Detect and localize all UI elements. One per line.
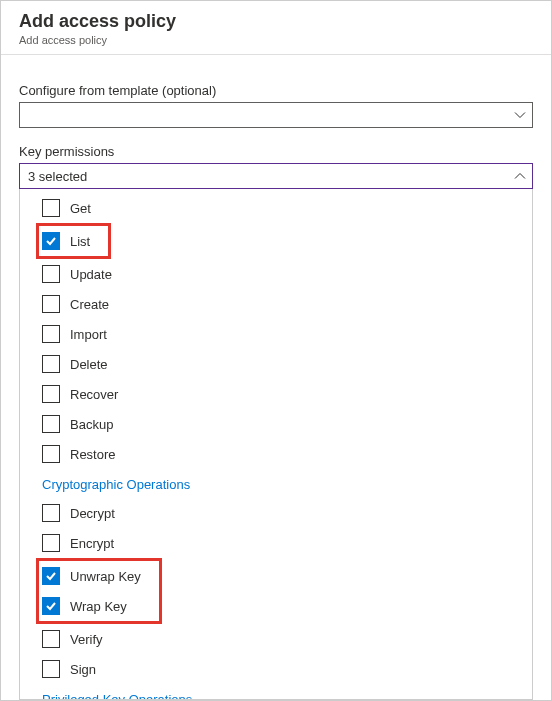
template-select[interactable] xyxy=(19,102,533,128)
option-label: Restore xyxy=(70,447,116,462)
option-list[interactable]: List xyxy=(39,226,100,256)
checkbox-list[interactable] xyxy=(42,232,60,250)
checkbox-restore[interactable] xyxy=(42,445,60,463)
option-create[interactable]: Create xyxy=(20,289,532,319)
template-label: Configure from template (optional) xyxy=(19,83,533,98)
option-encrypt[interactable]: Encrypt xyxy=(20,528,532,558)
key-permissions-select[interactable]: 3 selected xyxy=(19,163,533,189)
option-label: Import xyxy=(70,327,107,342)
option-label: Verify xyxy=(70,632,103,647)
checkbox-wrap-key[interactable] xyxy=(42,597,60,615)
option-update[interactable]: Update xyxy=(20,259,532,289)
checkbox-create[interactable] xyxy=(42,295,60,313)
option-recover[interactable]: Recover xyxy=(20,379,532,409)
section-header-cryptographic-operations: Cryptographic Operations xyxy=(20,469,532,498)
checkbox-recover[interactable] xyxy=(42,385,60,403)
checkbox-unwrap-key[interactable] xyxy=(42,567,60,585)
option-label: Wrap Key xyxy=(70,599,127,614)
dropdown-scroll[interactable]: GetListUpdateCreateImportDeleteRecoverBa… xyxy=(20,189,532,699)
option-label: Sign xyxy=(70,662,96,677)
option-label: Decrypt xyxy=(70,506,115,521)
option-label: Recover xyxy=(70,387,118,402)
highlight-box: Unwrap KeyWrap Key xyxy=(36,558,162,624)
option-label: Get xyxy=(70,201,91,216)
panel-header: Add access policy Add access policy xyxy=(1,1,551,55)
checkbox-verify[interactable] xyxy=(42,630,60,648)
checkbox-update[interactable] xyxy=(42,265,60,283)
option-verify[interactable]: Verify xyxy=(20,624,532,654)
page-title: Add access policy xyxy=(19,11,533,32)
checkbox-backup[interactable] xyxy=(42,415,60,433)
option-sign[interactable]: Sign xyxy=(20,654,532,684)
checkbox-import[interactable] xyxy=(42,325,60,343)
section-header-privileged-key-operations: Privileged Key Operations xyxy=(20,684,532,699)
key-permissions-dropdown: GetListUpdateCreateImportDeleteRecoverBa… xyxy=(19,189,533,700)
option-wrap-key[interactable]: Wrap Key xyxy=(39,591,151,621)
option-label: Unwrap Key xyxy=(70,569,141,584)
option-delete[interactable]: Delete xyxy=(20,349,532,379)
option-label: Backup xyxy=(70,417,113,432)
key-permissions-label: Key permissions xyxy=(19,144,533,159)
checkbox-delete[interactable] xyxy=(42,355,60,373)
highlight-box: List xyxy=(36,223,111,259)
panel-body: Configure from template (optional) Key p… xyxy=(1,55,551,700)
option-label: Create xyxy=(70,297,109,312)
checkbox-decrypt[interactable] xyxy=(42,504,60,522)
option-label: Encrypt xyxy=(70,536,114,551)
option-label: List xyxy=(70,234,90,249)
option-label: Update xyxy=(70,267,112,282)
add-access-policy-panel: Add access policy Add access policy Conf… xyxy=(0,0,552,701)
checkbox-encrypt[interactable] xyxy=(42,534,60,552)
option-import[interactable]: Import xyxy=(20,319,532,349)
page-subtitle: Add access policy xyxy=(19,34,533,46)
checkbox-get[interactable] xyxy=(42,199,60,217)
option-decrypt[interactable]: Decrypt xyxy=(20,498,532,528)
checkbox-sign[interactable] xyxy=(42,660,60,678)
option-backup[interactable]: Backup xyxy=(20,409,532,439)
chevron-down-icon xyxy=(514,109,526,121)
option-unwrap-key[interactable]: Unwrap Key xyxy=(39,561,151,591)
chevron-up-icon xyxy=(514,170,526,182)
option-restore[interactable]: Restore xyxy=(20,439,532,469)
key-permissions-select-value: 3 selected xyxy=(28,169,87,184)
option-get[interactable]: Get xyxy=(20,193,532,223)
option-label: Delete xyxy=(70,357,108,372)
